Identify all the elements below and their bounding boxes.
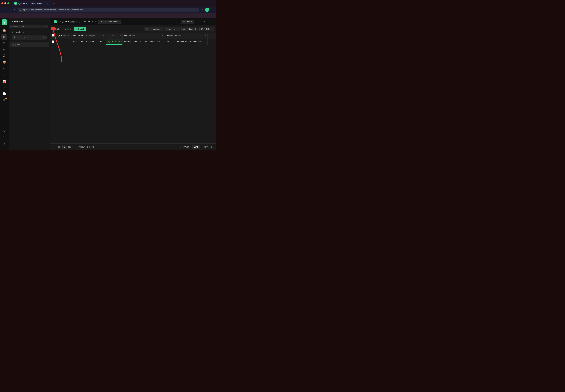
- column-header-content[interactable]: content text ▾: [123, 33, 165, 39]
- sort-icon: ≡: [65, 28, 66, 30]
- sidebar-item-sql[interactable]: ▤: [1, 46, 7, 52]
- cell-id[interactable]: 2: [56, 39, 71, 45]
- insert-button[interactable]: ▼ Insert: [74, 27, 86, 31]
- sidebar-item-functions[interactable]: ∫: [1, 72, 7, 78]
- prev-page-button[interactable]: ‹: [52, 145, 56, 149]
- active-tab[interactable]: S MyGreatApp | SwiftyLaunchT... ×: [12, 1, 51, 6]
- tab-close-button[interactable]: ×: [46, 2, 49, 4]
- col-type-postuserid: uuid: [178, 35, 181, 37]
- column-header-title[interactable]: title text ▾: [106, 33, 123, 39]
- auth-policies-button[interactable]: 3 Auth policies: [144, 27, 163, 31]
- realtime-label: Realtime off: [185, 28, 196, 30]
- minimize-window-button[interactable]: [4, 2, 6, 4]
- filter-button[interactable]: ⊞ Filter: [52, 27, 62, 31]
- sort-button[interactable]: ≡ Sort: [64, 27, 72, 31]
- sort-label: Sort: [67, 28, 71, 30]
- nav-actions: ☆ S ⋮: [200, 8, 214, 12]
- supabase-logo[interactable]: [2, 19, 7, 25]
- sidebar-item-storage[interactable]: 📦: [1, 59, 7, 65]
- sidebar-item-realtime[interactable]: ◎: [1, 65, 7, 71]
- sidebar-item-shortcuts[interactable]: ⌘: [1, 134, 7, 140]
- select-all-checkbox[interactable]: [52, 34, 54, 37]
- data-button[interactable]: Data: [192, 145, 200, 149]
- header-right: Feedback ✉ ? ◇: [181, 19, 213, 24]
- col-type-creationdate: timestamptz: [85, 35, 95, 37]
- table-item-posts[interactable]: ▦ posts •••: [10, 42, 49, 47]
- cell-creationdate[interactable]: 2024-12-08 16:57:31.268227+00: [71, 39, 106, 45]
- next-page-button[interactable]: ›: [72, 145, 76, 149]
- bookmark-icon[interactable]: ☆: [200, 8, 204, 12]
- add-column-header[interactable]: +: [207, 33, 216, 39]
- col-type-id: int8: [63, 35, 66, 37]
- bottom-right: ↻ Refresh Data Definition: [178, 145, 214, 149]
- definition-button[interactable]: Definition: [201, 145, 214, 149]
- records-count: 1 record: [87, 146, 94, 148]
- breadcrumb: ⚡ SwiftyL •••••• Free ▾ / MyGreatApp ▾ ⎇…: [53, 20, 179, 24]
- ssl-icon: 🔒: [19, 9, 21, 11]
- col-chevron-icon: ▾: [120, 35, 121, 37]
- forward-button[interactable]: ›: [7, 8, 11, 12]
- column-header-postuserid[interactable]: postUserID uuid ▾: [165, 33, 207, 39]
- page-input[interactable]: [62, 145, 67, 149]
- feedback-button[interactable]: Feedback: [181, 19, 194, 24]
- sidebar-header: Table Editor: [9, 18, 50, 25]
- search-icon: 🔍: [14, 36, 16, 39]
- realtime-button[interactable]: ◉ Realtime off: [181, 27, 198, 31]
- row-checkbox[interactable]: [52, 40, 54, 43]
- project-selector[interactable]: MyGreatApp ▾: [81, 20, 97, 24]
- sidebar-item-settings[interactable]: ⚙: [1, 128, 7, 134]
- new-table-button[interactable]: + New table: [9, 30, 50, 34]
- address-bar[interactable]: 🔒 supabase.com/dashboard/project/ryufqrd…: [18, 8, 199, 12]
- column-header-creationdate[interactable]: creationDate timestamptz ▾: [71, 33, 106, 39]
- auth-policies-label: Auth policies: [150, 28, 161, 30]
- sidebar-item-schema[interactable]: ◫: [1, 40, 7, 46]
- table-toolbar: ⊞ Filter ≡ Sort ▼ Insert 3 Auth policies: [50, 25, 216, 33]
- cell-postuserid[interactable]: 550bff12-f737-4255-b3aa-649acee2598d: [165, 39, 207, 45]
- refresh-button[interactable]: ↻ Refresh: [178, 145, 191, 149]
- search-tables-bar[interactable]: 🔍 Search tables... ⊞: [12, 35, 47, 40]
- close-window-button[interactable]: [1, 2, 3, 4]
- cell-content[interactable]: Lorem ipsum dolor sit amet, consectet ur: [123, 39, 165, 45]
- add-column-button[interactable]: +: [209, 34, 213, 37]
- table-icon: ▦: [12, 43, 14, 46]
- sidebar-item-table-editor[interactable]: ⊞: [1, 34, 7, 40]
- table-sidebar: Table Editor schema: public ▾ + New tabl…: [9, 18, 50, 150]
- sidebar-item-analytics[interactable]: 📊: [1, 78, 7, 84]
- mail-icon[interactable]: ✉: [195, 19, 200, 24]
- column-header-id[interactable]: 🔑 id int8 ▾: [56, 33, 71, 39]
- new-tab-button[interactable]: +: [52, 1, 56, 6]
- diamond-icon[interactable]: ◇: [208, 19, 213, 24]
- menu-icon[interactable]: ⋮: [210, 8, 214, 12]
- api-docs-icon: ⊡: [201, 28, 203, 30]
- sidebar-item-home[interactable]: 🏠: [1, 27, 7, 33]
- filter-icon[interactable]: ⊞: [43, 36, 45, 39]
- back-button[interactable]: ‹: [2, 8, 6, 12]
- org-selector[interactable]: ⚡ SwiftyL •••••• Free ▾: [53, 20, 78, 24]
- col-name-postuserid: postUserID: [167, 35, 177, 37]
- header-checkbox-col: [50, 33, 56, 39]
- sidebar-item-logs[interactable]: ≡: [1, 84, 7, 90]
- org-icon: ⚡: [54, 20, 57, 23]
- col-name-title: title: [107, 35, 111, 37]
- sidebar-item-auth[interactable]: 🔒: [1, 53, 7, 59]
- help-icon[interactable]: ?: [202, 19, 207, 24]
- enable-branching-button[interactable]: ⎇ Enable branching: [98, 20, 121, 24]
- new-table-label: New table: [15, 31, 24, 33]
- sidebar-item-reports[interactable]: 📄: [1, 91, 7, 97]
- refresh-button[interactable]: ↻: [13, 8, 17, 12]
- fullscreen-window-button[interactable]: [7, 2, 9, 4]
- page-label: Page: [57, 146, 61, 148]
- sidebar-item-help[interactable]: ⊙: [1, 141, 7, 147]
- schema-selector[interactable]: schema: public ▾: [10, 25, 48, 28]
- refresh-icon: ↻: [180, 146, 181, 148]
- role-selector[interactable]: role postgres ▾: [164, 27, 180, 31]
- cell-extra: [207, 39, 216, 45]
- api-docs-button[interactable]: ⊡ API Docs: [199, 27, 214, 31]
- cell-title[interactable]: My First Post!: [106, 39, 123, 45]
- table-name: posts: [15, 43, 43, 46]
- search-tables-input[interactable]: Search tables...: [17, 36, 42, 38]
- sidebar-item-notifications[interactable]: ⊞: [1, 97, 7, 103]
- schema-chevron-icon: ▾: [46, 25, 47, 28]
- col-chevron-icon: ▾: [68, 35, 69, 37]
- user-avatar[interactable]: S: [205, 8, 209, 12]
